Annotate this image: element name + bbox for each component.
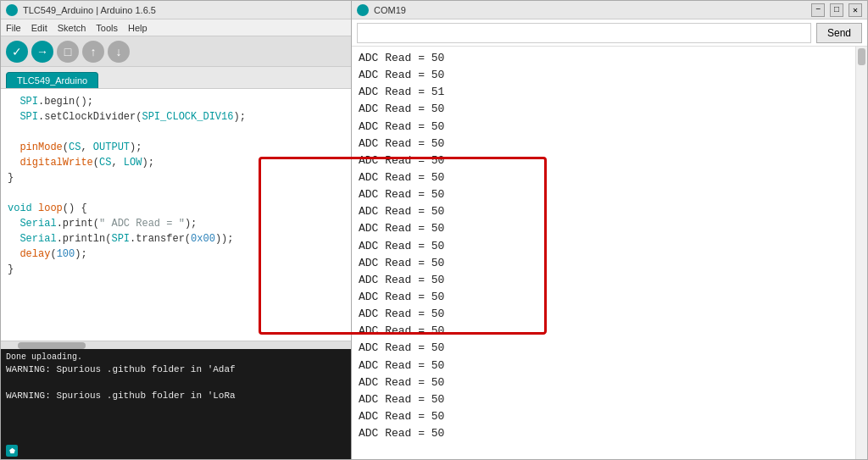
console-line-2 [6, 376, 346, 389]
arduino-title-bar: TLC549_Arduino | Arduino 1.6.5 [1, 1, 351, 19]
serial-lines-container: ADC Read = 50ADC Read = 50ADC Read = 51A… [359, 50, 860, 442]
serial-output-line: ADC Read = 50 [359, 67, 860, 84]
menu-help[interactable]: Help [128, 23, 147, 33]
serial-output-line: ADC Read = 50 [359, 408, 860, 425]
code-line: delay(100); [8, 247, 344, 262]
serial-output-line: ADC Read = 50 [359, 289, 860, 306]
code-line: void loop() { [8, 201, 344, 216]
arduino-ide-window: TLC549_Arduino | Arduino 1.6.5 File Edit… [0, 0, 352, 460]
serial-scrollbar-thumb [858, 48, 865, 65]
menu-edit[interactable]: Edit [31, 23, 47, 33]
menu-file[interactable]: File [6, 23, 21, 33]
serial-output-area: ADC Read = 50ADC Read = 50ADC Read = 51A… [352, 47, 867, 459]
serial-output-line: ADC Read = 50 [359, 220, 860, 237]
scrollbar-thumb [18, 342, 86, 349]
serial-output-line: ADC Read = 50 [359, 425, 860, 442]
serial-output-line: ADC Read = 50 [359, 340, 860, 357]
console-output: Done uploading. WARNING: Spurious .githu… [1, 349, 351, 442]
menu-sketch[interactable]: Sketch [58, 23, 86, 33]
serial-title-bar: COM19 − □ ✕ [352, 1, 867, 19]
arduino-icon [6, 4, 18, 16]
arduino-toolbar: ✓ → □ ↑ ↓ [1, 36, 351, 67]
serial-monitor-window: COM19 − □ ✕ Send ADC Read = 50ADC Read =… [352, 0, 868, 460]
serial-icon [357, 4, 369, 16]
serial-title-left: COM19 [357, 4, 406, 16]
console-status: Done uploading. [6, 352, 346, 362]
arduino-tab[interactable]: TLC549_Arduino [6, 72, 98, 88]
serial-output-line: ADC Read = 50 [359, 50, 860, 67]
serial-output-line: ADC Read = 50 [359, 186, 860, 203]
serial-output-line: ADC Read = 50 [359, 119, 860, 136]
code-line: Serial.print(" ADC Read = "); [8, 216, 344, 231]
upload-button[interactable]: → [31, 41, 53, 63]
serial-output-line: ADC Read = 50 [359, 323, 860, 340]
serial-output-line: ADC Read = 50 [359, 238, 860, 255]
code-line: SPI.begin(); [8, 94, 344, 109]
code-line: } [8, 170, 344, 186]
console-line-3: WARNING: Spurious .github folder in 'LoR… [6, 390, 346, 402]
serial-output-line: ADC Read = 50 [359, 255, 860, 272]
code-line: Serial.println(SPI.transfer(0x00)); [8, 231, 344, 247]
verify-button[interactable]: ✓ [6, 41, 28, 63]
serial-scrollbar[interactable] [855, 47, 867, 459]
maximize-button[interactable]: □ [830, 3, 843, 17]
arduino-menu-bar: File Edit Sketch Tools Help [1, 19, 351, 36]
menu-tools[interactable]: Tools [96, 23, 118, 33]
save-button[interactable]: ↓ [108, 41, 130, 63]
tab-bar: TLC549_Arduino [1, 67, 351, 89]
new-button[interactable]: □ [57, 41, 79, 63]
minimize-button[interactable]: − [811, 3, 825, 17]
serial-output-line: ADC Read = 50 [359, 357, 860, 374]
serial-input-field[interactable] [357, 23, 811, 43]
status-icon: ⬟ [6, 445, 18, 457]
code-line [8, 125, 344, 140]
window-controls: − □ ✕ [811, 3, 862, 17]
serial-input-bar: Send [352, 19, 867, 47]
serial-output-line: ADC Read = 50 [359, 306, 860, 323]
open-button[interactable]: ↑ [82, 41, 104, 63]
arduino-status-bar: ⬟ [1, 442, 351, 459]
send-button[interactable]: Send [816, 23, 862, 43]
serial-output-line: ADC Read = 50 [359, 169, 860, 186]
serial-output-line: ADC Read = 50 [359, 101, 860, 118]
serial-output-line: ADC Read = 50 [359, 391, 860, 408]
serial-output-line: ADC Read = 50 [359, 203, 860, 220]
arduino-title: TLC549_Arduino | Arduino 1.6.5 [23, 5, 156, 15]
code-editor[interactable]: SPI.begin(); SPI.setClockDivider(SPI_CLO… [1, 89, 351, 341]
serial-title: COM19 [374, 5, 406, 15]
serial-output-line: ADC Read = 50 [359, 152, 860, 169]
serial-output-line: ADC Read = 50 [359, 136, 860, 152]
code-line: pinMode(CS, OUTPUT); [8, 140, 344, 155]
code-line: } [8, 262, 344, 277]
serial-output-line: ADC Read = 50 [359, 272, 860, 289]
serial-output-line: ADC Read = 50 [359, 374, 860, 391]
code-line: digitalWrite(CS, LOW); [8, 155, 344, 170]
code-line: SPI.setClockDivider(SPI_CLOCK_DIV16); [8, 109, 344, 125]
console-line-1: WARNING: Spurious .github folder in 'Ada… [6, 363, 346, 376]
code-line [8, 186, 344, 201]
serial-output-line: ADC Read = 51 [359, 84, 860, 101]
horizontal-scrollbar[interactable] [1, 341, 351, 349]
close-button[interactable]: ✕ [849, 3, 862, 17]
